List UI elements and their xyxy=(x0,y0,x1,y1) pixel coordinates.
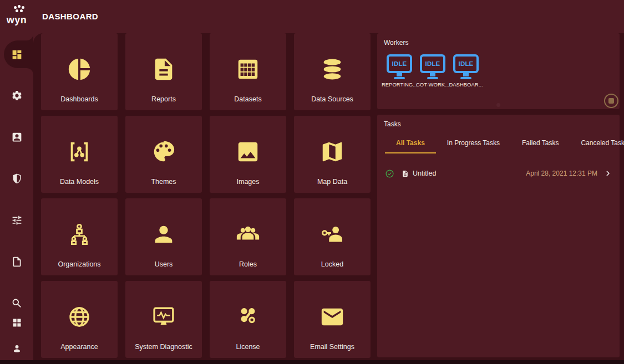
diagnostic-icon xyxy=(151,304,176,330)
worker-label: COT-WORK... xyxy=(416,81,449,88)
tasks-panel-title: Tasks xyxy=(377,115,620,128)
task-list: Untitled April 28, 2021 12:31 PM xyxy=(377,161,620,186)
table-icon xyxy=(235,57,261,82)
tile-label: Locked xyxy=(321,260,343,268)
tile-grid: Dashboards Reports Datasets Data Sources… xyxy=(41,33,371,358)
right-column: Workers IDLE REPORTING... IDLE COT-WORK.… xyxy=(377,33,620,357)
account-box-icon xyxy=(11,131,23,143)
tile-label: System Diagnostic xyxy=(135,343,192,351)
tile-data-models[interactable]: Data Models xyxy=(41,116,118,193)
sidebar-item-settings[interactable] xyxy=(0,84,33,106)
tile-label: Themes xyxy=(151,178,176,186)
tile-appearance[interactable]: Appearance xyxy=(41,281,118,358)
logo-dot xyxy=(18,5,21,8)
logo-dot xyxy=(16,9,18,12)
workers-panel-title: Workers xyxy=(377,33,620,47)
sidebar-item-account[interactable] xyxy=(0,126,33,148)
success-check-icon xyxy=(385,169,394,178)
map-icon xyxy=(319,139,345,165)
tile-label: Datasets xyxy=(234,95,261,103)
document-icon xyxy=(11,256,23,268)
worker-monitor-icon: IDLE xyxy=(453,54,479,73)
app-logo[interactable]: wyn xyxy=(0,0,33,33)
tab-failed-tasks[interactable]: Failed Tasks xyxy=(511,136,570,153)
tile-license[interactable]: License xyxy=(210,281,286,358)
tab-all-tasks[interactable]: All Tasks xyxy=(385,136,436,153)
tile-locked[interactable]: Locked xyxy=(294,198,371,275)
chevron-right-icon[interactable] xyxy=(604,170,612,177)
worker-monitor-icon: IDLE xyxy=(387,54,412,73)
tasks-panel: Tasks All TasksIn Progress TasksFailed T… xyxy=(377,115,620,357)
task-document-icon xyxy=(402,170,409,177)
sidebar-item-search[interactable] xyxy=(0,292,33,314)
tile-roles[interactable]: Roles xyxy=(210,198,286,275)
logo-text: wyn xyxy=(0,14,33,26)
worker-item: IDLE DASHBOAR... xyxy=(449,54,483,88)
page-title: DASHBOARD xyxy=(42,0,98,33)
tab-in-progress-tasks[interactable]: In Progress Tasks xyxy=(436,136,511,153)
tile-system-diagnostic[interactable]: System Diagnostic xyxy=(125,281,202,358)
worker-label: DASHBOAR... xyxy=(449,81,483,88)
logo-dot xyxy=(20,9,23,12)
sidebar-item-profile[interactable] xyxy=(0,337,33,360)
tile-email-settings[interactable]: Email Settings xyxy=(294,281,371,358)
data-model-icon xyxy=(67,139,92,165)
tab-canceled-tasks[interactable]: Canceled Tasks xyxy=(570,136,624,153)
workers-panel: Workers IDLE REPORTING... IDLE COT-WORK.… xyxy=(377,33,620,109)
shield-icon xyxy=(11,173,23,184)
sidebar-item-preferences[interactable] xyxy=(0,209,33,231)
tile-users[interactable]: Users xyxy=(125,198,202,275)
tile-datasets[interactable]: Datasets xyxy=(210,33,286,110)
database-icon xyxy=(319,57,345,82)
user-icon xyxy=(151,222,176,247)
tile-label: Images xyxy=(237,178,260,186)
tile-label: Roles xyxy=(239,260,257,268)
tile-data-sources[interactable]: Data Sources xyxy=(294,33,371,110)
scroll-indicator-dot xyxy=(496,103,500,107)
sidebar xyxy=(0,33,33,360)
monitor-stand xyxy=(463,73,469,76)
tile-images[interactable]: Images xyxy=(210,116,286,193)
tile-label: Email Settings xyxy=(310,343,354,351)
main-content: Dashboards Reports Datasets Data Sources… xyxy=(33,33,624,360)
sidebar-item-security[interactable] xyxy=(0,167,33,189)
tile-organizations[interactable]: Organizations xyxy=(41,198,118,275)
report-icon xyxy=(151,57,176,82)
tile-label: Map Data xyxy=(317,178,347,186)
active-item-notch-top xyxy=(27,34,33,40)
apps-grid-icon xyxy=(11,317,23,329)
tile-label: License xyxy=(236,343,260,351)
license-icon xyxy=(235,304,261,330)
task-title: Untitled xyxy=(413,170,436,177)
org-icon xyxy=(67,222,92,247)
tile-themes[interactable]: Themes xyxy=(125,116,202,193)
gear-icon xyxy=(11,90,23,101)
stop-workers-button[interactable] xyxy=(604,94,618,108)
active-item-notch-bottom xyxy=(27,68,33,75)
dashboard-icon xyxy=(11,49,23,60)
top-bar: wyn DASHBOARD xyxy=(0,0,624,33)
bottom-strip xyxy=(0,360,624,364)
logo-dot xyxy=(22,6,24,9)
sidebar-item-documents[interactable] xyxy=(0,250,33,273)
task-timestamp: April 28, 2021 12:31 PM xyxy=(526,170,597,177)
search-icon xyxy=(11,298,23,309)
monitor-base xyxy=(460,77,471,79)
tile-reports[interactable]: Reports xyxy=(125,33,202,110)
tile-map-data[interactable]: Map Data xyxy=(294,116,371,193)
worker-label: REPORTING... xyxy=(382,81,417,88)
sidebar-item-apps[interactable] xyxy=(0,311,33,334)
worker-status: IDLE xyxy=(459,60,474,67)
image-icon xyxy=(235,139,261,165)
tile-dashboards[interactable]: Dashboards xyxy=(41,33,118,110)
monitor-stand xyxy=(430,73,435,76)
worker-status: IDLE xyxy=(425,60,440,67)
worker-item: IDLE COT-WORK... xyxy=(416,54,449,88)
worker-status: IDLE xyxy=(392,60,407,67)
mail-icon xyxy=(319,304,345,330)
tune-icon xyxy=(11,214,23,226)
stop-icon xyxy=(608,98,614,104)
tasks-tab-bar: All TasksIn Progress TasksFailed TasksCa… xyxy=(385,136,620,153)
tile-label: Data Models xyxy=(60,178,99,186)
task-row[interactable]: Untitled April 28, 2021 12:31 PM xyxy=(377,161,620,186)
